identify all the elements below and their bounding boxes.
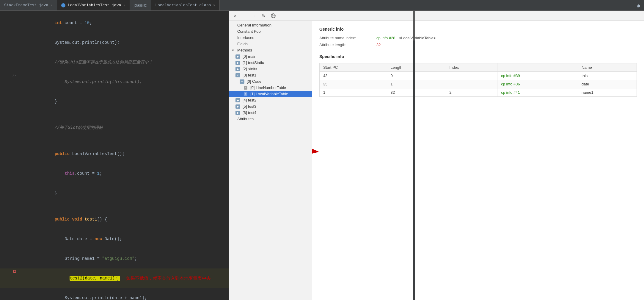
cell-index: 2 [446,88,497,97]
tree-item-test1[interactable]: ▼ [3] test1 [229,72,312,78]
attr-length-value: 32 [376,43,381,47]
tab-label: StackFrameTest.java [4,3,48,7]
tree-item-test2[interactable]: ▶ [4] test2 [229,97,312,103]
tree-item-label: General Information [237,23,271,27]
tree-item-local-var-table[interactable]: f [1] LocalVariableTable [229,91,312,97]
cell-start-pc: 43 [320,72,387,80]
code-line-12 [0,203,229,210]
tree-item-test-static[interactable]: ▶ [1] testStatic [229,60,312,66]
folder-icon: ▶ [235,61,240,65]
tab-stack-frame[interactable]: StackFrameTest.java × [0,0,57,10]
code-line-6 [0,111,229,118]
folder-icon: ▶ [235,111,240,115]
code-content: int count = 10; System.out.println(count… [0,11,229,300]
cell-link[interactable]: cp info #36 [497,80,578,88]
code-line-8 [0,138,229,144]
web-button[interactable] [269,12,277,20]
cell-index [446,80,497,88]
code-editor: int count = 10; System.out.println(count… [0,11,229,300]
tree-item-interfaces[interactable]: Interfaces [229,35,312,41]
tab-close-stack-frame[interactable]: × [51,4,53,7]
breakpoint-indicator [13,270,16,273]
svg-line-4 [312,128,318,152]
tree-expand-icon: ▼ [231,49,235,52]
forward-button[interactable]: → [250,12,258,20]
tree-item-label: [0] LineNumberTable [250,85,286,90]
code-line-17: System.out.println(date + name1); [0,288,229,300]
highlighted-code: test2(date, name1); [70,276,118,281]
tree-item-main[interactable]: ▶ [0] main [229,53,312,60]
close-button[interactable]: × [231,12,239,20]
col-header-length: Length [387,63,446,72]
tree-item-attributes[interactable]: Attributes [229,116,312,122]
tree-item-general-info[interactable]: General Information [229,22,312,28]
line-code: } [17,183,229,203]
tab-local-vars[interactable]: LocalVariablesTest.java × [57,0,130,10]
info-panel: Generic info Attribute name index: cp in… [312,21,644,300]
specific-info-title: Specific info [319,54,637,59]
specific-info: Specific info Start PC Length Index Name [319,54,637,97]
tree-item-init[interactable]: ▶ [2] <init> [229,66,312,72]
folder-icon: ▼ [240,79,244,84]
settings-button[interactable] [632,0,644,10]
tree-item-methods[interactable]: ▼ Methods [229,47,312,53]
line-code: public LocalVariablesTest(){ [17,144,229,164]
line-code: int count = 10; [17,13,229,33]
attr-length-row: Attribute length: 32 [319,43,637,47]
tree-item-label: [1] LocalVariableTable [250,92,288,96]
line-code: } [17,92,229,111]
file-icon: f [244,92,247,96]
cell-name: name1 [578,88,637,97]
table-row: 1 32 2 cp info #41 name1 [320,88,637,97]
code-line-2: System.out.println(count); [0,33,229,52]
tree-item-test3[interactable]: ▶ [5] test3 [229,103,312,110]
code-line-13: public void test1() { [0,210,229,229]
tab-close-classfile[interactable]: × [213,4,215,7]
tree-item-code[interactable]: ▼ [0] Code [229,78,312,85]
code-line-5: } [0,92,229,111]
line-code: public void test1() { [17,210,229,229]
tree-item-test4[interactable]: ▶ [6] test4 [229,110,312,116]
line-code: System.out.println(this.count); [17,72,229,92]
line-code: //关于Slot的使用的理解 [17,118,229,138]
code-line-10: this.count = 1; [0,164,229,183]
java-file-icon [61,3,65,7]
line-code: System.out.println(date + name1); [17,288,229,300]
tree-item-constant-pool[interactable]: Constant Pool [229,28,312,35]
attr-name-extra: <LocalVariableTable> [399,36,436,40]
cell-link[interactable]: cp info #41 [497,88,578,97]
main-layout: int count = 10; System.out.println(count… [0,11,644,300]
tab-close-local-vars[interactable]: × [123,4,125,7]
tree-item-fields[interactable]: Fields [229,41,312,47]
code-line-16: test2(date, name1);| 如果不赋值，就不会放入到本地变量表中去 [0,268,229,288]
back-button[interactable]: ← [241,12,249,20]
tree-item-label: [2] <init> [243,67,257,71]
cell-name: this [578,72,637,80]
cell-link[interactable]: cp info #39 [497,72,578,80]
code-line-14: Date date = new Date(); [0,229,229,249]
col-header-name: Name [578,63,637,72]
folder-icon: ▶ [235,67,240,71]
attr-name-value[interactable]: cp info #28 [376,36,395,40]
code-line-15: String name1 = "atguigu.com"; [0,249,229,268]
cell-length: 32 [387,88,446,97]
table-row: 43 0 cp info #39 this [320,72,637,80]
line-code: Date date = new Date(); [17,229,229,249]
code-line-1: int count = 10; [0,13,229,33]
tree-item-label: [1] testStatic [243,60,264,65]
cell-name: date [578,80,637,88]
cell-length: 1 [387,80,446,88]
spec-table: Start PC Length Index Name 43 0 [319,63,637,97]
refresh-button[interactable]: ↻ [260,12,268,20]
tab-classfile-label: LocalVariablesTest.class [155,3,211,7]
tree-item-label: Fields [237,42,248,46]
line-code [17,111,229,118]
generic-info-title: Generic info [319,27,637,32]
tree-item-line-number-table[interactable]: f [0] LineNumberTable [229,85,312,91]
tab-classfile[interactable]: LocalVariablesTest.class × [151,0,220,10]
folder-icon: ▼ [235,73,240,77]
code-line-9: public LocalVariablesTest(){ [0,144,229,164]
line-code [17,203,229,210]
col-header-start-pc: Start PC [320,63,387,72]
tree-item-label: [6] test4 [243,110,256,115]
